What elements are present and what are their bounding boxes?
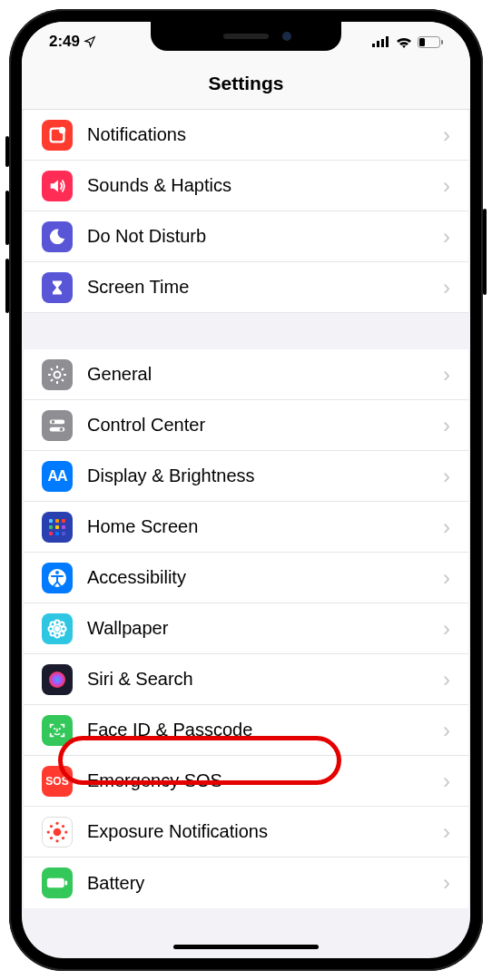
settings-row-label: Emergency SOS — [87, 770, 443, 791]
svg-point-8 — [59, 126, 65, 132]
siri-icon — [42, 664, 73, 695]
chevron-right-icon: › — [443, 122, 450, 148]
chevron-right-icon: › — [443, 718, 450, 743]
svg-point-38 — [55, 821, 58, 824]
svg-rect-2 — [381, 39, 384, 47]
control-icon — [42, 410, 73, 441]
svg-point-31 — [60, 622, 64, 626]
settings-row-siri[interactable]: Siri & Search› — [24, 654, 468, 705]
settings-row-label: Control Center — [87, 415, 443, 436]
exposure-icon — [42, 817, 73, 848]
svg-rect-3 — [386, 36, 389, 47]
settings-row-sounds[interactable]: Sounds & Haptics› — [24, 161, 468, 211]
svg-rect-18 — [55, 525, 59, 529]
svg-rect-15 — [55, 519, 59, 523]
svg-rect-22 — [62, 532, 65, 535]
svg-point-36 — [59, 728, 61, 730]
settings-row-label: Do Not Disturb — [87, 226, 443, 247]
accessibility-icon — [42, 563, 73, 593]
settings-row-faceid[interactable]: Face ID & Passcode› — [24, 705, 468, 756]
settings-row-label: Display & Brightness — [87, 466, 443, 486]
svg-rect-17 — [49, 525, 53, 529]
mute-switch[interactable] — [5, 136, 9, 167]
settings-row-notifications[interactable]: Notifications› — [24, 110, 468, 161]
settings-row-label: Notifications — [87, 124, 443, 145]
settings-row-dnd[interactable]: Do Not Disturb› — [24, 211, 468, 262]
settings-row-general[interactable]: General› — [24, 349, 468, 400]
location-icon — [84, 35, 96, 48]
svg-point-43 — [62, 824, 64, 827]
svg-point-11 — [52, 420, 55, 424]
home-indicator[interactable] — [173, 945, 319, 949]
svg-rect-20 — [49, 532, 53, 535]
settings-row-sos[interactable]: SOSEmergency SOS› — [24, 756, 468, 807]
notch — [151, 22, 341, 51]
chevron-right-icon: › — [443, 870, 450, 896]
svg-rect-5 — [419, 38, 425, 46]
svg-point-35 — [54, 728, 55, 730]
svg-rect-14 — [49, 519, 53, 523]
screentime-icon — [42, 272, 73, 303]
chevron-right-icon: › — [443, 565, 450, 591]
settings-row-label: Siri & Search — [87, 669, 443, 690]
screen: 2:49 Settings Notifications›Sounds & Hap… — [22, 22, 470, 958]
chevron-right-icon: › — [443, 769, 450, 794]
settings-row-accessibility[interactable]: Accessibility› — [24, 553, 468, 603]
sounds-icon — [42, 171, 73, 201]
svg-rect-0 — [372, 44, 375, 47]
power-button[interactable] — [483, 209, 487, 295]
svg-point-41 — [64, 830, 67, 833]
settings-row-display[interactable]: AADisplay & Brightness› — [24, 451, 468, 502]
svg-rect-19 — [62, 525, 65, 529]
status-time: 2:49 — [49, 33, 80, 51]
settings-row-battery[interactable]: Battery› — [24, 858, 468, 908]
svg-rect-16 — [62, 519, 65, 523]
battery-icon — [418, 36, 443, 48]
settings-row-label: Battery — [87, 873, 443, 894]
svg-point-45 — [62, 836, 64, 838]
settings-row-screentime[interactable]: Screen Time› — [24, 262, 468, 313]
wifi-icon — [396, 36, 412, 48]
sos-icon: SOS — [42, 766, 73, 797]
battery-icon — [42, 867, 73, 898]
page-title: Settings — [22, 62, 470, 110]
settings-row-label: Wallpaper — [87, 618, 443, 639]
chevron-right-icon: › — [443, 275, 450, 300]
svg-rect-46 — [47, 878, 64, 887]
home-icon — [42, 512, 73, 543]
chevron-right-icon: › — [443, 667, 450, 692]
svg-point-9 — [54, 371, 61, 377]
svg-point-40 — [47, 830, 50, 833]
svg-rect-1 — [377, 41, 379, 47]
wallpaper-icon — [42, 613, 73, 644]
chevron-right-icon: › — [443, 819, 450, 845]
chevron-right-icon: › — [443, 514, 450, 540]
settings-row-home[interactable]: Home Screen› — [24, 502, 468, 553]
volume-down-button[interactable] — [5, 259, 9, 313]
svg-point-13 — [60, 427, 64, 431]
display-icon: AA — [42, 461, 73, 492]
general-icon — [42, 359, 73, 390]
chevron-right-icon: › — [443, 173, 450, 199]
svg-point-30 — [51, 622, 55, 626]
settings-list[interactable]: Notifications›Sounds & Haptics›Do Not Di… — [22, 110, 470, 908]
settings-row-label: Exposure Notifications — [87, 821, 443, 842]
chevron-right-icon: › — [443, 362, 450, 387]
svg-point-42 — [50, 824, 53, 827]
svg-point-34 — [49, 671, 65, 688]
dnd-icon — [42, 221, 73, 252]
phone-frame: 2:49 Settings Notifications›Sounds & Hap… — [9, 9, 483, 971]
settings-row-label: Home Screen — [87, 516, 443, 537]
settings-row-label: Sounds & Haptics — [87, 175, 443, 196]
settings-row-label: Screen Time — [87, 277, 443, 298]
svg-point-25 — [54, 626, 60, 632]
svg-rect-6 — [441, 40, 443, 44]
settings-row-exposure[interactable]: Exposure Notifications› — [24, 807, 468, 858]
svg-point-37 — [54, 828, 62, 836]
settings-row-label: Accessibility — [87, 567, 443, 588]
settings-row-label: General — [87, 364, 443, 385]
settings-row-control[interactable]: Control Center› — [24, 400, 468, 451]
volume-up-button[interactable] — [5, 191, 9, 245]
section-gap — [22, 313, 470, 349]
settings-row-wallpaper[interactable]: Wallpaper› — [24, 603, 468, 654]
